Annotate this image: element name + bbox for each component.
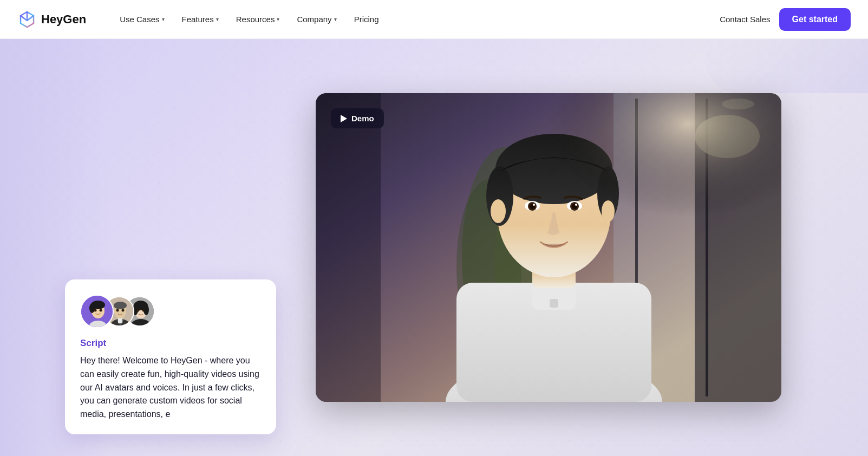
nav-features[interactable]: Features ▾ <box>174 10 226 28</box>
video-card: Demo <box>316 93 781 402</box>
svg-point-52 <box>142 309 145 312</box>
nav-resources[interactable]: Resources ▾ <box>229 10 288 28</box>
demo-badge-label: Demo <box>351 114 374 123</box>
contact-sales-link[interactable]: Contact Sales <box>720 15 770 24</box>
avatar-1 <box>80 295 114 328</box>
nav-links: Use Cases ▾ Features ▾ Resources ▾ Compa… <box>112 10 720 28</box>
svg-point-34 <box>89 303 95 313</box>
nav-features-chevron-icon: ▾ <box>216 16 219 22</box>
navbar: HeyGen Use Cases ▾ Features ▾ Resources … <box>0 0 868 39</box>
svg-point-42 <box>114 302 127 309</box>
nav-company-chevron-icon: ▾ <box>334 16 337 22</box>
video-placeholder: Demo <box>316 93 781 402</box>
get-started-button[interactable]: Get started <box>779 8 851 31</box>
avatar-1-face <box>81 296 114 328</box>
nav-resources-chevron-icon: ▾ <box>277 16 279 22</box>
hero-section: Demo <box>0 39 868 456</box>
logo[interactable]: HeyGen <box>17 10 86 29</box>
nav-company-label: Company <box>297 15 331 24</box>
demo-badge[interactable]: Demo <box>331 108 384 128</box>
brand-name: HeyGen <box>41 12 86 27</box>
nav-resources-label: Resources <box>236 15 275 24</box>
svg-point-43 <box>116 309 119 312</box>
nav-features-label: Features <box>182 15 214 24</box>
play-icon <box>341 115 347 122</box>
svg-point-36 <box>94 309 97 312</box>
svg-point-51 <box>137 309 140 312</box>
nav-use-cases[interactable]: Use Cases ▾ <box>112 10 172 28</box>
video-scene-svg <box>316 93 781 402</box>
nav-pricing[interactable]: Pricing <box>347 10 387 28</box>
heygen-logo-icon <box>17 10 37 29</box>
nav-company[interactable]: Company ▾ <box>289 10 344 28</box>
avatar-row <box>80 295 261 328</box>
svg-rect-30 <box>316 93 781 402</box>
nav-use-cases-chevron-icon: ▾ <box>162 16 165 22</box>
script-label: Script <box>80 338 261 349</box>
nav-pricing-label: Pricing <box>354 15 379 24</box>
svg-point-44 <box>122 309 125 312</box>
svg-point-37 <box>100 309 102 312</box>
nav-right: Contact Sales Get started <box>720 8 851 31</box>
script-text: Hey there! Welcome to HeyGen - where you… <box>80 354 261 421</box>
nav-use-cases-label: Use Cases <box>120 15 159 24</box>
hero-content: Demo <box>0 39 868 456</box>
script-panel: Script Hey there! Welcome to HeyGen - wh… <box>65 279 276 434</box>
